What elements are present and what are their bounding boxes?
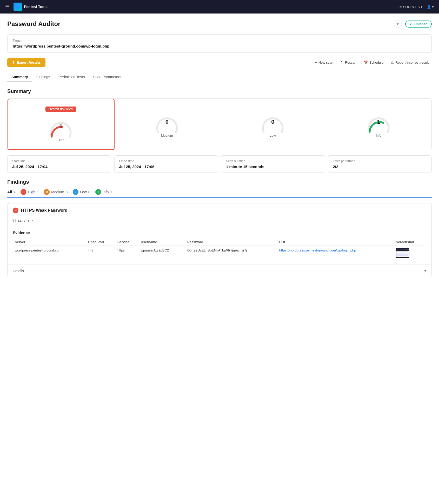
schedule-button[interactable]: 📅 Schedule: [361, 58, 387, 67]
filter-high[interactable]: H High 1: [21, 189, 39, 195]
filter-low[interactable]: L Low 0: [73, 189, 90, 195]
finding-severity-badge: H: [13, 208, 18, 213]
filter-all[interactable]: All 2: [7, 190, 15, 194]
risk-card-low: 0 Low: [220, 99, 326, 150]
target-label: Target: [13, 39, 426, 42]
status-check: ✓: [409, 22, 412, 26]
user-icon: 👤: [427, 5, 431, 9]
svg-rect-7: [408, 249, 409, 250]
svg-rect-6: [405, 249, 408, 250]
user-button[interactable]: 👤 ▾: [427, 5, 434, 9]
filter-medium[interactable]: M Medium 0: [44, 189, 68, 195]
cell-screenshot: [394, 246, 426, 261]
rescan-button[interactable]: ↻ Rescan: [337, 58, 360, 67]
gauge-medium-value: 0: [165, 118, 169, 125]
evidence-table-header: Server Open Port Service Username Passwo…: [13, 238, 426, 246]
evidence-section: Evidence Server Open Port Service Userna…: [8, 226, 431, 264]
col-username: Username: [139, 238, 185, 246]
filter-high-count: 1: [37, 190, 39, 194]
gauge-low-value: 0: [271, 118, 274, 125]
page-title: Password Auditor: [7, 20, 60, 28]
filter-all-count: 2: [14, 190, 15, 194]
stat-start-time: Start time Jul 25, 2024 - 17:04: [7, 155, 111, 173]
findings-title: Findings: [7, 179, 432, 185]
filter-low-label: Low: [80, 190, 87, 194]
gauge-low: 0: [260, 111, 286, 132]
export-label: Export Results: [17, 61, 41, 64]
main-content: Password Auditor iP ✓ Finished Target ht…: [0, 14, 439, 504]
table-row: wordpress.pentest-ground.com 443 https w…: [13, 246, 426, 261]
report-button[interactable]: ⚠ Report incorrect result: [388, 58, 432, 67]
stat-start-value: Jul 25, 2024 - 17:04: [12, 164, 106, 169]
tab-findings[interactable]: Findings: [32, 72, 54, 82]
resources-button[interactable]: RESOURCES ▾: [398, 5, 423, 9]
findings-section: Findings All 2 H High 1 M Medium 0 L Low…: [7, 179, 432, 277]
filter-all-label: All: [7, 190, 12, 194]
stat-finish-value: Jul 25, 2024 - 17:06: [119, 164, 213, 169]
cell-open-port: 443: [86, 246, 115, 261]
new-scan-button[interactable]: + New scan: [312, 58, 336, 67]
tab-scan-parameters[interactable]: Scan Parameters: [89, 72, 125, 82]
stat-scan-duration: Scan duration 1 minute 15 seconds: [221, 155, 325, 173]
findings-filter: All 2 H High 1 M Medium 0 L Low 0 I Info: [7, 189, 432, 198]
port-icon: ⛓: [13, 219, 16, 223]
filter-info[interactable]: I Info 1: [95, 189, 112, 195]
menu-icon[interactable]: ☰: [5, 4, 9, 10]
stat-start-label: Start time: [12, 159, 106, 163]
navbar-right: RESOURCES ▾ 👤 ▾: [398, 5, 434, 9]
filter-medium-label: Medium: [51, 190, 64, 194]
col-service: Service: [115, 238, 139, 246]
status-label: Finished: [414, 22, 428, 26]
stat-tests-value: 2/2: [333, 164, 427, 169]
finding-header: H HTTPS Weak Password: [8, 203, 431, 217]
user-chevron: ▾: [432, 5, 434, 9]
filter-info-count: 1: [110, 190, 112, 194]
brand: Pentest Tools: [14, 3, 48, 11]
stat-finish-label: Finish time: [119, 159, 213, 163]
stats-row: Start time Jul 25, 2024 - 17:04 Finish t…: [7, 155, 432, 173]
page-header: Password Auditor iP ✓ Finished: [7, 20, 432, 28]
rescan-label: Rescan: [345, 61, 356, 64]
tab-performed-tests[interactable]: Performed Tests: [54, 72, 89, 82]
gauge-medium: 0: [154, 111, 180, 132]
report-label: Report incorrect result: [395, 61, 429, 64]
gauge-info: 1: [366, 111, 392, 132]
cell-service: https: [115, 246, 139, 261]
target-url: https://wordpress.pentest-ground.com/wp-…: [13, 44, 426, 48]
stat-tests-performed: Tests performed 2/2: [328, 155, 432, 173]
filter-info-label: Info: [103, 190, 109, 194]
risk-card-high-label: Overall risk level: [45, 107, 76, 112]
gauge-high: 1: [48, 116, 74, 137]
export-button[interactable]: ⬇ Export Results: [7, 58, 45, 67]
resources-label: RESOURCES: [398, 5, 420, 9]
new-scan-icon: +: [315, 61, 317, 64]
risk-cards: Overall risk level 1 High 0: [7, 98, 432, 150]
col-url: URL: [277, 238, 394, 246]
rescan-icon: ↻: [341, 61, 343, 64]
resources-chevron: ▾: [421, 5, 423, 9]
cell-username: wpauserAt32pBC2: [139, 246, 185, 261]
tab-summary[interactable]: Summary: [7, 72, 32, 82]
schedule-label: Schedule: [369, 61, 383, 64]
severity-badge-low: L: [73, 189, 78, 195]
screenshot-svg: [396, 248, 409, 258]
new-scan-label: New scan: [318, 61, 333, 64]
screenshot-thumb: [396, 248, 409, 258]
filter-low-count: 0: [88, 190, 90, 194]
details-row[interactable]: Details ▾: [8, 264, 431, 277]
cell-server: wordpress.pentest-ground.com: [13, 246, 86, 261]
finding-card-0: H HTTPS Weak Password ⛓ 443 / TCP Eviden…: [7, 203, 432, 277]
navbar: ☰ Pentest Tools RESOURCES ▾ 👤 ▾: [0, 0, 439, 14]
evidence-table-body: wordpress.pentest-ground.com 443 https w…: [13, 246, 426, 261]
port-value: 443 / TCP: [18, 219, 33, 223]
cell-url-link[interactable]: https://wordpress.pentest-ground.com/wp-…: [279, 248, 356, 252]
col-open-port: Open Port: [86, 238, 115, 246]
svg-rect-3: [397, 251, 408, 252]
risk-card-medium: 0 Medium: [114, 99, 220, 150]
summary-section: Summary Overall risk level 1 High: [7, 88, 432, 173]
stat-tests-label: Tests performed: [333, 159, 427, 163]
status-badge: ✓ Finished: [405, 21, 432, 28]
summary-title: Summary: [7, 88, 432, 94]
tabs: Summary Findings Performed Tests Scan Pa…: [7, 72, 432, 82]
header-actions: iP ✓ Finished: [394, 20, 432, 28]
